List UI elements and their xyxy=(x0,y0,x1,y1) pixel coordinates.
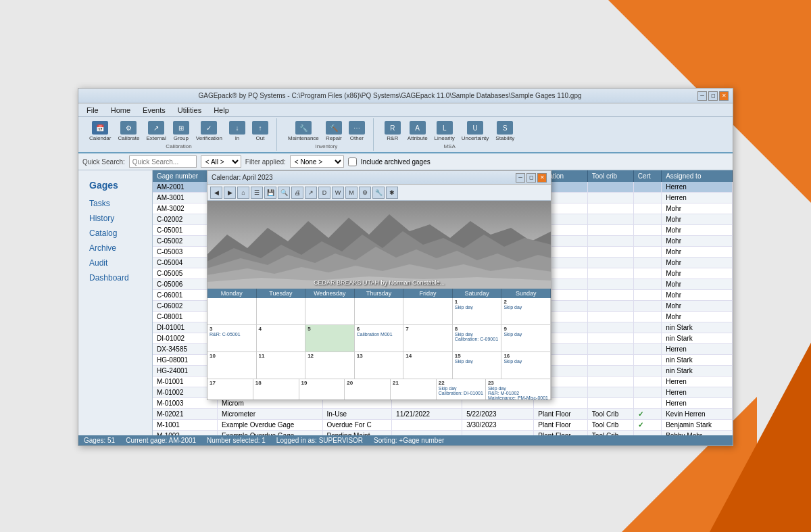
table-row[interactable]: M-1001Example Overdue GageOverdue For C3… xyxy=(153,420,733,431)
ribbon-btn-verification[interactable]: ✓ Verification xyxy=(193,120,225,143)
table-row[interactable]: M-02021MicrometerIn-Use11/21/20225/22/20… xyxy=(153,409,733,420)
cal-home-btn[interactable]: ⌂ xyxy=(237,187,249,199)
ribbon-btn-in[interactable]: ↓ In xyxy=(226,120,248,143)
msa-buttons: R R&R A Attribute L Linearity U Uncertai… xyxy=(382,120,518,143)
table-cell: Mohr xyxy=(662,203,733,214)
ribbon-btn-linearity[interactable]: L Linearity xyxy=(432,120,458,143)
table-row[interactable]: M-1002Example Overdue GagePending MaintP… xyxy=(153,431,733,436)
cal-cell[interactable]: 1Skip day xyxy=(453,298,502,324)
all-dropdown[interactable]: < All > xyxy=(201,155,241,168)
cal-cell[interactable]: 15Skip day xyxy=(453,352,502,379)
col-tool-crib[interactable]: Tool crib xyxy=(587,170,633,182)
cal-print-btn[interactable]: 🖨 xyxy=(291,187,303,199)
table-cell: nin Stark xyxy=(662,355,733,366)
ribbon-btn-external[interactable]: ↗ External xyxy=(143,120,168,143)
menu-home[interactable]: Home xyxy=(105,105,136,116)
nav-item-audit[interactable]: Audit xyxy=(78,256,152,270)
cal-cell[interactable]: 6Calibration M001 xyxy=(355,325,404,352)
ribbon-btn-repair[interactable]: 🔨 Repair xyxy=(323,120,345,143)
cal-cell[interactable]: 14 xyxy=(403,352,453,379)
calibrate-icon: ⚙ xyxy=(120,121,137,135)
col-assigned-to[interactable]: Assigned to xyxy=(662,170,733,182)
col-cert[interactable]: Cert xyxy=(633,170,661,182)
cal-cell[interactable]: 4 xyxy=(257,325,306,352)
cal-cell[interactable]: 12 xyxy=(305,352,355,379)
cal-grid: Monday Tuesday Wednesday Thursday Friday… xyxy=(207,289,551,400)
cal-cell[interactable]: 8Skip dayCalibration: C-09001 xyxy=(453,325,502,352)
table-cell xyxy=(633,236,661,247)
cal-cell[interactable]: 5 xyxy=(305,325,355,352)
cal-minimize-btn[interactable]: ─ xyxy=(516,173,525,183)
cal-forward-btn[interactable]: ▶ xyxy=(224,187,236,199)
cal-cell[interactable] xyxy=(257,298,306,324)
cal-cell[interactable]: 9Skip day xyxy=(501,325,551,352)
filter-dropdown[interactable]: < None > xyxy=(290,155,344,168)
restore-button[interactable]: ◻ xyxy=(708,91,718,101)
cal-list-btn[interactable]: ☰ xyxy=(251,187,263,199)
cal-cell[interactable]: 17 xyxy=(207,379,253,400)
nav-item-archive[interactable]: Archive xyxy=(78,241,152,256)
cal-cell[interactable]: 20 xyxy=(345,379,391,400)
cal-cell[interactable]: 3R&R: C-05001 xyxy=(207,325,257,352)
nav-item-history[interactable]: History xyxy=(78,211,152,226)
repair-icon: 🔨 xyxy=(326,121,342,135)
table-cell xyxy=(587,322,633,333)
cal-month-btn[interactable]: M xyxy=(345,187,358,199)
cal-cell[interactable] xyxy=(355,298,404,324)
ribbon-btn-rr[interactable]: R R&R xyxy=(382,120,403,143)
ribbon-btn-stability[interactable]: S Stability xyxy=(493,120,517,143)
table-cell: Mohr xyxy=(662,290,733,301)
menu-events[interactable]: Events xyxy=(137,105,171,116)
table-cell: Tool Crib xyxy=(587,420,633,431)
cal-cell[interactable]: 18 xyxy=(253,379,299,400)
cal-settings-btn[interactable]: ⚙ xyxy=(359,187,371,199)
cal-cell[interactable]: 16Skip day xyxy=(501,352,551,379)
table-cell: Mohr xyxy=(662,301,733,312)
cal-cell[interactable]: 23Skip dayR&R: M-01002Maintenance: PM-Mi… xyxy=(486,379,551,400)
close-button[interactable]: ✕ xyxy=(719,91,729,101)
ribbon-btn-uncertainty[interactable]: U Uncertainty xyxy=(459,120,491,143)
include-archived-checkbox[interactable] xyxy=(348,158,357,166)
ribbon-btn-other[interactable]: ⋯ Other xyxy=(346,120,368,143)
cal-cell[interactable]: 13 xyxy=(355,352,404,379)
cal-search-btn[interactable]: 🔍 xyxy=(278,187,290,199)
cal-cell[interactable]: 22Skip dayCalibration: DI-01001 xyxy=(437,379,486,400)
ribbon-btn-out[interactable]: ↑ Out xyxy=(249,120,271,143)
cal-save-btn[interactable]: 💾 xyxy=(264,187,276,199)
table-cell xyxy=(587,333,633,344)
ribbon-btn-calendar[interactable]: 📅 Calendar xyxy=(87,120,114,143)
cal-close-btn[interactable]: ✕ xyxy=(537,173,547,183)
table-cell: M-02021 xyxy=(153,409,217,420)
cal-export-btn[interactable]: ↗ xyxy=(305,187,317,199)
other-icon: ⋯ xyxy=(349,121,365,135)
cal-cell[interactable] xyxy=(207,298,257,324)
cal-day-btn[interactable]: D xyxy=(318,187,330,199)
quick-search-input[interactable] xyxy=(129,155,197,168)
cal-cell[interactable]: 7 xyxy=(403,325,453,352)
cal-options-btn[interactable]: ✱ xyxy=(386,187,398,199)
table-cell xyxy=(587,398,633,409)
nav-item-dashboard[interactable]: Dashboard xyxy=(78,270,152,285)
menu-help[interactable]: Help xyxy=(208,105,235,116)
ribbon-btn-maintenance[interactable]: 🔧 Maintenance xyxy=(285,120,322,143)
cal-cell[interactable] xyxy=(305,298,355,324)
ribbon-btn-group[interactable]: ⊞ Group xyxy=(170,120,192,143)
menu-utilities[interactable]: Utilities xyxy=(172,105,207,116)
ribbon-btn-calibrate[interactable]: ⚙ Calibrate xyxy=(115,120,142,143)
cal-cell[interactable]: 19 xyxy=(299,379,345,400)
nav-item-catalog[interactable]: Catalog xyxy=(78,226,152,241)
cal-tools-btn[interactable]: 🔧 xyxy=(372,187,385,199)
cal-cell[interactable]: 21 xyxy=(391,379,437,400)
cal-cell[interactable]: 2Skip day xyxy=(501,298,551,324)
include-archived-label[interactable]: Include archived gages xyxy=(348,158,431,166)
ribbon-btn-attribute[interactable]: A Attribute xyxy=(405,120,431,143)
cal-restore-btn[interactable]: ◻ xyxy=(526,173,536,183)
minimize-button[interactable]: ─ xyxy=(697,91,707,101)
menu-file[interactable]: File xyxy=(81,105,104,116)
cal-back-btn[interactable]: ◀ xyxy=(210,187,222,199)
nav-item-tasks[interactable]: Tasks xyxy=(78,196,152,211)
cal-cell[interactable]: 11 xyxy=(257,352,306,379)
cal-cell[interactable]: 10 xyxy=(207,352,257,379)
cal-cell[interactable] xyxy=(403,298,453,324)
cal-week-btn[interactable]: W xyxy=(332,187,344,199)
